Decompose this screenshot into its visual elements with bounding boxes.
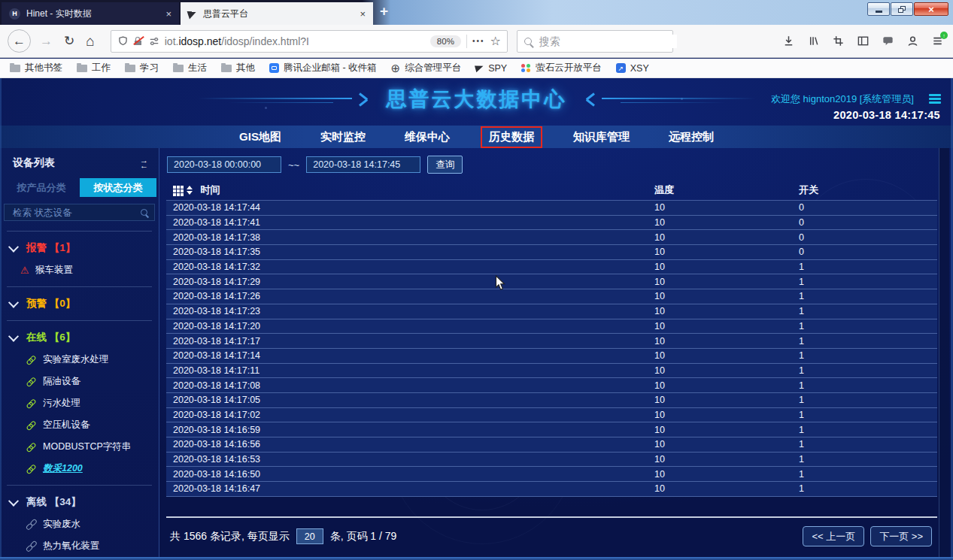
restore-button[interactable]: [891, 2, 913, 16]
download-icon[interactable]: [782, 35, 795, 47]
bookmark-xsy[interactable]: ↗XSY: [616, 63, 649, 74]
device-item-online[interactable]: MODBUSTCP字符串: [26, 440, 159, 453]
device-item-alarm[interactable]: ⚠ 猴车装置: [20, 264, 159, 277]
query-button[interactable]: 查询: [427, 156, 463, 174]
cell-time: 2020-03-18 14:17:14: [173, 350, 654, 361]
bookmark-folder[interactable]: 学习: [125, 62, 159, 74]
arrow-square-icon: ↗: [616, 63, 626, 73]
insecure-lock-icon[interactable]: [134, 36, 144, 46]
bookmark-mgmt-platform[interactable]: ⊕综合管理平台: [391, 62, 462, 74]
nav-remote-control[interactable]: 远程控制: [669, 130, 714, 144]
zoom-badge[interactable]: 80%: [430, 35, 461, 47]
browser-tab-hinet[interactable]: H Hinet - 实时数据 ×: [2, 2, 179, 25]
new-tab-button[interactable]: +: [380, 3, 388, 20]
chevron-down-icon: [8, 496, 19, 507]
menu-list-icon[interactable]: [929, 94, 941, 104]
cell-switch: 1: [799, 291, 937, 301]
page-content: 思普云大数据中心 欢迎您 hignton2019 [系统管理员] 2020-03…: [0, 78, 953, 560]
close-button[interactable]: ×: [914, 2, 948, 16]
bookmark-folder[interactable]: 工作: [77, 62, 111, 74]
reload-button[interactable]: ↻: [64, 35, 74, 47]
home-button[interactable]: ⌂: [86, 34, 94, 48]
bookmark-folder[interactable]: 生活: [173, 62, 207, 74]
browser-toolbar: ← → ↻ ⌂ iot.idosp.net/idosp/index.html?I…: [0, 25, 953, 58]
bookmark-folder[interactable]: 其他书签: [10, 62, 62, 74]
cell-time: 2020-03-18 14:17:44: [173, 202, 654, 213]
broken-link-icon: [24, 517, 39, 532]
url-text[interactable]: iot.idosp.net/idosp/index.html?I: [165, 35, 425, 47]
search-input[interactable]: [538, 35, 677, 48]
cell-temperature: 10: [654, 247, 799, 257]
device-item-offline[interactable]: 热力氧化装置: [26, 540, 159, 552]
device-item-online-selected[interactable]: 数采1200: [26, 462, 159, 475]
cell-temperature: 10: [654, 469, 799, 480]
start-datetime-input[interactable]: [167, 156, 281, 173]
screenshot-icon[interactable]: [832, 35, 845, 47]
bookmark-star-icon[interactable]: ☆: [490, 34, 500, 48]
tab-by-status[interactable]: 按状态分类: [80, 178, 156, 197]
columns-grid-icon[interactable]: [173, 186, 176, 189]
search-bar[interactable]: [517, 30, 673, 53]
chevron-down-icon: [8, 242, 19, 253]
column-temperature[interactable]: 温度: [654, 183, 799, 197]
swap-icon[interactable]: →←: [140, 158, 148, 168]
sidebar-toggle-icon[interactable]: [857, 35, 870, 47]
library-icon[interactable]: [807, 35, 820, 47]
page-actions-icon[interactable]: •••: [472, 37, 485, 45]
bookmark-folder[interactable]: 其他: [221, 62, 255, 74]
scrollbar-track[interactable]: [939, 148, 949, 560]
permissions-icon[interactable]: [149, 36, 159, 47]
menu-icon[interactable]: ↑: [931, 35, 944, 47]
device-item-online[interactable]: 空压机设备: [26, 419, 159, 431]
shield-icon[interactable]: [117, 35, 129, 47]
url-bar[interactable]: iot.idosp.net/idosp/index.html?I 80% •••…: [111, 30, 508, 53]
table-row: 2020-03-18 14:17:02 10 1: [166, 408, 937, 423]
device-item-online[interactable]: 污水处理: [26, 397, 159, 410]
bookmark-tencent-mail[interactable]: 腾讯企业邮箱 - 收件箱: [269, 62, 377, 74]
nav-gis-map[interactable]: GIS地图: [239, 130, 281, 144]
cell-temperature: 10: [654, 410, 799, 420]
prev-page-button[interactable]: << 上一页: [803, 526, 864, 546]
table-row: 2020-03-18 14:16:50 10 1: [166, 467, 937, 482]
page-size-input[interactable]: [296, 528, 323, 544]
window-edge: [0, 557, 953, 560]
sort-icon[interactable]: [187, 186, 193, 195]
device-item-online[interactable]: 隔油设备: [26, 375, 159, 388]
back-button[interactable]: ←: [8, 29, 31, 53]
minimize-button[interactable]: [867, 2, 890, 16]
end-datetime-input[interactable]: [306, 156, 420, 173]
sipu-favicon: [187, 8, 199, 19]
tab-close-icon[interactable]: ×: [165, 8, 171, 20]
tab-close-icon[interactable]: ×: [360, 8, 366, 20]
nav-maintenance-center[interactable]: 维保中心: [405, 130, 450, 144]
column-switch[interactable]: 开关: [799, 183, 939, 197]
nav-history-data[interactable]: 历史数据: [481, 126, 542, 148]
column-time[interactable]: 时间: [201, 183, 220, 197]
bookmark-spy[interactable]: SPY: [475, 63, 507, 74]
table-row: 2020-03-18 14:17:35 10 0: [166, 245, 937, 260]
nav-realtime-monitor[interactable]: 实时监控: [320, 130, 366, 144]
device-search-input[interactable]: [11, 207, 141, 219]
device-item-online[interactable]: 实验室废水处理: [26, 353, 159, 366]
group-offline[interactable]: 离线 【34】: [10, 495, 159, 509]
device-list-sidebar: 设备列表 →← 按产品分类 按状态分类 报警 【1】 ⚠ 猴车装置: [0, 148, 159, 560]
link-icon: [24, 462, 39, 477]
account-icon[interactable]: [906, 35, 919, 47]
mouse-cursor: [495, 275, 506, 291]
messages-icon[interactable]: [882, 35, 894, 47]
nav-knowledge-base[interactable]: 知识库管理: [573, 130, 630, 144]
table-row: 2020-03-18 14:17:20 10 1: [166, 319, 937, 334]
group-online[interactable]: 在线 【6】: [10, 331, 159, 344]
search-icon[interactable]: [141, 209, 147, 216]
table-row: 2020-03-18 14:16:53 10 1: [166, 453, 937, 468]
group-warning[interactable]: 预警 【0】: [10, 297, 159, 310]
link-icon: [24, 396, 39, 411]
browser-tab-sipu[interactable]: 思普云平台 ×: [181, 2, 373, 25]
group-alarm[interactable]: 报警 【1】: [10, 241, 159, 255]
device-search-box[interactable]: [4, 204, 155, 221]
device-item-offline[interactable]: 实验废水: [26, 518, 159, 531]
bookmark-ys7[interactable]: 萤石云开放平台: [521, 62, 602, 74]
forward-button[interactable]: →: [40, 35, 53, 47]
tab-by-product[interactable]: 按产品分类: [3, 178, 80, 197]
next-page-button[interactable]: 下一页 >>: [870, 526, 932, 546]
